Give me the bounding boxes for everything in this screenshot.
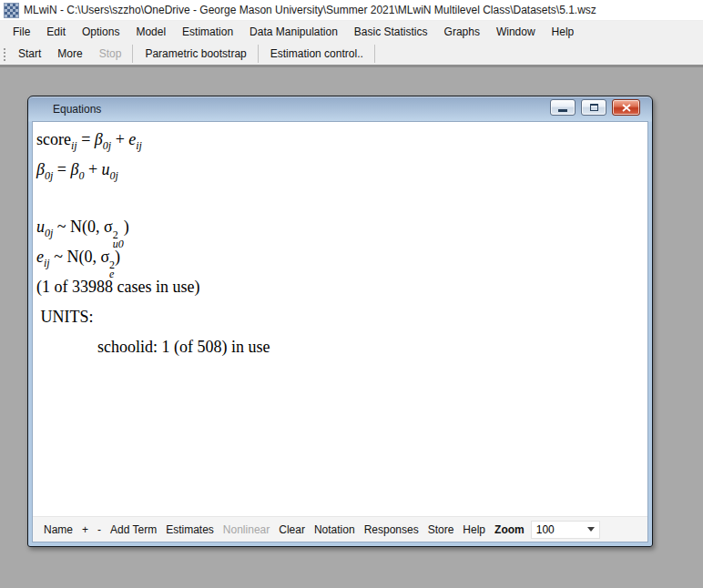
cases-in-use-text: (1 of 33988 cases in use) [36, 272, 647, 302]
equations-toolbar-button-minus[interactable]: - [93, 523, 106, 536]
equations-window-title: Equations [53, 103, 101, 116]
menu-item-basic-statistics[interactable]: Basic Statistics [346, 21, 436, 43]
zoom-level-combobox[interactable]: 100 [531, 521, 600, 539]
equations-toolbar-button-help[interactable]: Help [458, 523, 490, 536]
equations-toolbar-button-plus[interactable]: + [77, 523, 93, 536]
estimation-toolbar: StartMoreStopParametric bootstrapEstimat… [0, 43, 703, 65]
menu-item-file[interactable]: File [5, 21, 38, 43]
equations-toolbar-button-nonlinear: Nonlinear [219, 523, 274, 536]
window-caption-buttons [550, 99, 640, 116]
equations-toolbar-button-responses[interactable]: Responses [360, 523, 423, 536]
minimize-icon [558, 109, 567, 112]
equation-response[interactable]: scoreij = β0j + eij [36, 125, 647, 155]
mlwin-application: MLwiN - C:\Users\szzho\OneDrive - George… [0, 0, 703, 588]
equations-window-body: scoreij = β0j + eijβ0j = β0 + u0ju0j ~ N… [32, 121, 648, 542]
maximize-button[interactable] [581, 99, 606, 116]
equation-intercept[interactable]: β0j = β0 + u0j [36, 155, 647, 185]
mdi-client-area: Equations s [0, 65, 703, 588]
toolbar-button-parametric-bootstrap[interactable]: Parametric bootstrap [137, 45, 258, 63]
menu-item-graphs[interactable]: Graphs [436, 21, 488, 43]
toolbar-buttons: StartMoreStopParametric bootstrapEstimat… [10, 45, 379, 63]
menu-item-help[interactable]: Help [544, 21, 583, 43]
main-window-title: MLwiN - C:\Users\szzho\OneDrive - George… [24, 4, 596, 16]
main-titlebar: MLwiN - C:\Users\szzho\OneDrive - George… [0, 0, 703, 21]
equations-toolbar-button-clear[interactable]: Clear [274, 523, 310, 536]
maximize-icon [590, 104, 598, 111]
equations-toolbar-button-notation[interactable]: Notation [310, 523, 360, 536]
minimize-button[interactable] [550, 99, 576, 116]
close-button[interactable] [612, 99, 640, 116]
equations-toolbar-button-name[interactable]: Name [39, 523, 77, 536]
units-heading: UNITS: [36, 302, 647, 332]
equations-toolbar-button-estimates[interactable]: Estimates [161, 523, 219, 536]
close-icon [621, 104, 632, 112]
equation-level1-variance[interactable]: eij ~ N(0, σ2e) [36, 242, 647, 272]
toolbar-button-stop: Stop [91, 45, 134, 63]
equations-window-titlebar[interactable]: Equations [32, 96, 648, 121]
equations-window: Equations s [27, 96, 653, 547]
toolbar-button-start[interactable]: Start [10, 45, 49, 63]
toolbar-button-more[interactable]: More [49, 45, 90, 63]
equations-toolbar: Name+-Add TermEstimatesNonlinearClearNot… [33, 516, 647, 542]
menu-item-model[interactable]: Model [127, 21, 174, 43]
equations-toolbar-button-zoom[interactable]: Zoom [490, 523, 529, 536]
menu-bar: FileEditOptionsModelEstimationData Manip… [0, 21, 703, 43]
chevron-down-icon [587, 527, 595, 532]
menu-item-options[interactable]: Options [74, 21, 127, 43]
equation-level2-variance[interactable]: u0j ~ N(0, σ2u0) [36, 212, 647, 242]
equations-toolbar-button-add-term[interactable]: Add Term [106, 523, 161, 536]
equations-toolbar-button-store[interactable]: Store [423, 523, 459, 536]
menu-item-estimation[interactable]: Estimation [174, 21, 241, 43]
toolbar-grip-handle[interactable] [3, 46, 7, 61]
menu-item-data-manipulation[interactable]: Data Manipulation [241, 21, 346, 43]
zoom-level-value: 100 [536, 523, 555, 536]
equations-toolbar-buttons: Name+-Add TermEstimatesNonlinearClearNot… [39, 523, 529, 536]
toolbar-button-estimation-control[interactable]: Estimation control.. [262, 45, 375, 63]
menu-item-edit[interactable]: Edit [38, 21, 74, 43]
mlwin-app-icon [5, 4, 18, 17]
equations-canvas: scoreij = β0j + eijβ0j = β0 + u0ju0j ~ N… [33, 122, 647, 516]
menu-item-window[interactable]: Window [488, 21, 544, 43]
units-schoolid-text: schoolid: 1 (of 508) in use [36, 332, 647, 362]
